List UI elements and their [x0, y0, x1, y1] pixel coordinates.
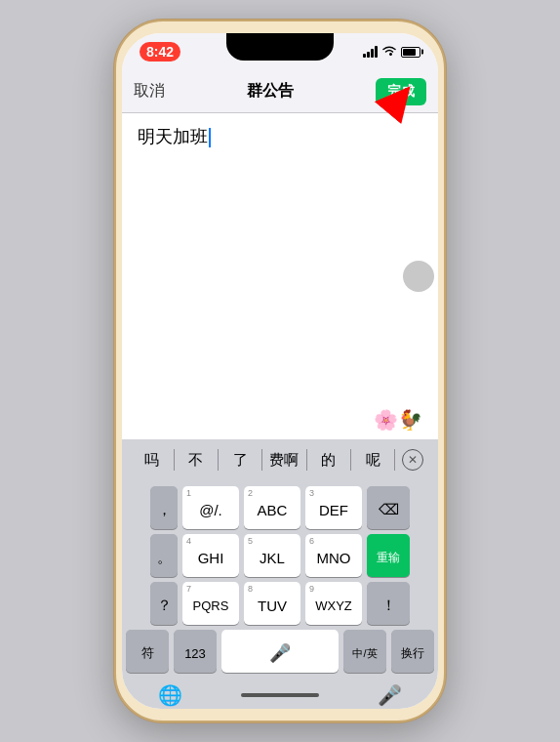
- key-label: 换行: [401, 645, 424, 662]
- page-title: 群公告: [247, 81, 294, 102]
- key-label: DEF: [319, 502, 348, 518]
- keyboard-row-2: 。 4 GHI 5 JKL 6 MNO 重输: [126, 534, 434, 577]
- text-content: 明天加班: [138, 125, 422, 149]
- status-icons: [363, 45, 420, 60]
- key-lang[interactable]: 中/英: [343, 630, 386, 673]
- microphone-icon[interactable]: 🎤: [378, 683, 402, 707]
- home-bar-area: 🌐 🎤: [122, 681, 438, 709]
- text-area[interactable]: 明天加班 🌸🐓: [122, 113, 438, 439]
- key-label: MNO: [317, 550, 351, 566]
- key-123[interactable]: 123: [174, 630, 217, 673]
- key-label: 符: [141, 644, 154, 662]
- key-1[interactable]: 1 @/.: [182, 486, 239, 529]
- delete-circle-icon: ✕: [402, 449, 423, 471]
- key-question[interactable]: ？: [150, 582, 178, 625]
- key-delete[interactable]: ⌫: [367, 486, 410, 529]
- suggestion-delete-button[interactable]: ✕: [395, 449, 430, 471]
- mic-icon: 🎤: [269, 642, 291, 664]
- typed-text: 明天加班: [138, 127, 208, 146]
- key-4[interactable]: 4 GHI: [182, 534, 239, 577]
- key-number: 8: [248, 584, 253, 594]
- suggestion-item[interactable]: 了: [219, 447, 262, 474]
- delete-icon: ⌫: [379, 501, 399, 518]
- key-label: 。: [157, 549, 172, 567]
- keyboard: ， 1 @/. 2 ABC 3 DEF ⌫: [122, 480, 438, 681]
- key-label: @/.: [199, 502, 222, 518]
- key-number: 7: [186, 584, 191, 594]
- key-label: ABC: [258, 502, 288, 518]
- phone-screen: 8:42: [122, 33, 438, 709]
- suggestion-item[interactable]: 费啊: [262, 447, 306, 474]
- emoji-suggestion: 🌸🐓: [374, 408, 422, 432]
- cancel-button[interactable]: 取消: [134, 81, 165, 102]
- signal-icon: [363, 46, 378, 58]
- key-label: WXYZ: [315, 598, 352, 613]
- key-label: TUV: [258, 598, 287, 614]
- key-period[interactable]: 。: [150, 534, 178, 577]
- key-8[interactable]: 8 TUV: [244, 582, 300, 625]
- globe-icon[interactable]: 🌐: [158, 683, 182, 707]
- key-number: 2: [248, 488, 253, 498]
- key-9[interactable]: 9 WXYZ: [305, 582, 362, 625]
- key-label: 123: [184, 646, 206, 661]
- suggestion-item[interactable]: 不: [174, 447, 218, 474]
- key-label: PQRS: [193, 598, 229, 613]
- keyboard-row-1: ， 1 @/. 2 ABC 3 DEF ⌫: [126, 486, 434, 529]
- cursor: [209, 128, 211, 147]
- key-3[interactable]: 3 DEF: [305, 486, 362, 529]
- status-time: 8:42: [140, 42, 180, 62]
- key-5[interactable]: 5 JKL: [244, 534, 300, 577]
- wifi-icon: [381, 45, 397, 60]
- key-number: 3: [309, 488, 314, 498]
- key-number: 1: [186, 488, 191, 498]
- key-space[interactable]: 🎤: [221, 630, 339, 673]
- key-label: 重输: [377, 550, 400, 566]
- suggestion-item[interactable]: 呢: [351, 447, 395, 474]
- key-label: 中/英: [352, 646, 377, 661]
- suggestion-item[interactable]: 的: [306, 447, 350, 474]
- key-label: ，: [157, 501, 172, 519]
- key-reset[interactable]: 重输: [367, 534, 410, 577]
- keyboard-row-3: ？ 7 PQRS 8 TUV 9 WXYZ ！: [126, 582, 434, 625]
- key-exclaim[interactable]: ！: [367, 582, 410, 625]
- key-comma[interactable]: ，: [150, 486, 178, 529]
- home-indicator: [241, 693, 319, 697]
- key-number: 9: [309, 584, 314, 594]
- key-return[interactable]: 换行: [391, 630, 434, 673]
- suggestion-bar: 吗 不 了 费啊 的 呢 ✕: [122, 439, 438, 480]
- notch: [226, 33, 334, 61]
- key-label: GHI: [198, 550, 224, 566]
- key-label: ！: [381, 597, 396, 615]
- key-label: ？: [157, 597, 172, 615]
- key-6[interactable]: 6 MNO: [305, 534, 362, 577]
- phone-frame: 8:42: [114, 20, 446, 722]
- scroll-handle[interactable]: [403, 261, 434, 292]
- key-symbol[interactable]: 符: [126, 630, 169, 673]
- key-2[interactable]: 2 ABC: [244, 486, 300, 529]
- key-number: 6: [309, 536, 314, 546]
- key-number: 5: [248, 536, 253, 546]
- suggestion-item[interactable]: 吗: [130, 447, 174, 474]
- key-7[interactable]: 7 PQRS: [182, 582, 239, 625]
- key-label: JKL: [260, 550, 285, 566]
- key-number: 4: [186, 536, 191, 546]
- battery-icon: [401, 47, 420, 58]
- keyboard-row-4: 符 123 🎤 中/英 换行: [126, 630, 434, 673]
